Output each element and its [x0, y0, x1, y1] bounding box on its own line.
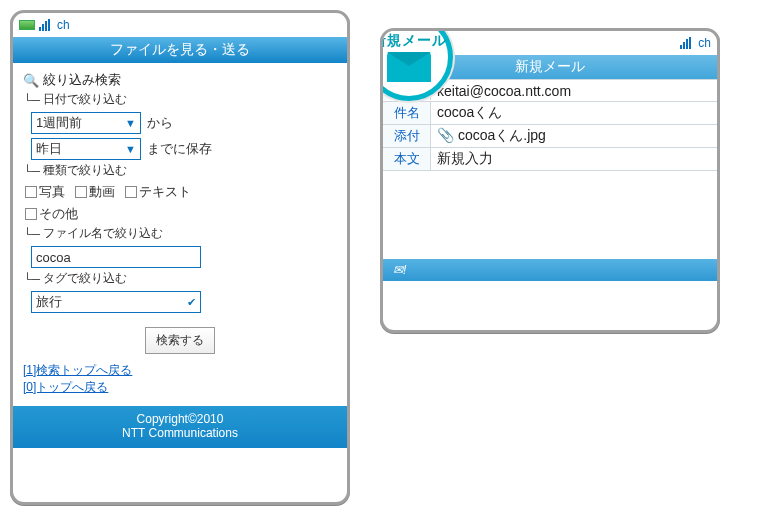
subject-label: 件名	[383, 102, 431, 124]
left-phone: ch ファイルを見る・送る 🔍 絞り込み検索 日付で絞り込む 1週間前 ▼ から…	[10, 10, 350, 505]
chevron-down-icon: ▼	[125, 117, 136, 129]
type-text-checkbox[interactable]: テキスト	[125, 183, 191, 201]
date-from-value: 1週間前	[36, 114, 82, 132]
link-search-top[interactable]: [1]検索トップへ戻る	[23, 362, 337, 379]
type-other-checkbox[interactable]: その他	[25, 205, 78, 223]
badge-label: 新規メール	[380, 32, 447, 50]
filename-filter-label: ファイル名で絞り込む	[23, 225, 337, 242]
signal-icon	[39, 19, 55, 31]
mail-body-area[interactable]	[383, 171, 717, 259]
type-photo-checkbox[interactable]: 写真	[25, 183, 65, 201]
body-label: 本文	[383, 148, 431, 170]
paperclip-icon: 📎	[437, 127, 454, 143]
nav-links: [1]検索トップへ戻る [0]トップへ戻る	[23, 362, 337, 396]
envelope-icon	[387, 52, 431, 82]
body-value: 新規入力	[431, 148, 717, 170]
signal-icon	[680, 37, 696, 49]
date-to-select[interactable]: 昨日 ▼	[31, 138, 141, 160]
footer: Copyright©2010 NTT Communications	[13, 406, 347, 448]
status-bar: ch	[13, 13, 347, 37]
channel-icon: ch	[57, 18, 70, 32]
mail-footer-icon: ✉!	[393, 263, 406, 277]
date-to-suffix: までに保存	[147, 140, 212, 158]
to-value: keitai@cocoa.ntt.com	[431, 81, 717, 101]
subject-row[interactable]: 件名 cocoaくん	[383, 102, 717, 125]
footer-line1: Copyright©2010	[13, 412, 347, 426]
tag-value: 旅行	[36, 293, 62, 311]
tag-select[interactable]: 旅行 ✔	[31, 291, 201, 313]
search-heading-label: 絞り込み検索	[43, 71, 121, 89]
attach-label: 添付	[383, 125, 431, 147]
footer-line2: NTT Communications	[13, 426, 347, 440]
type-filter-label: 種類で絞り込む	[23, 162, 337, 179]
chevron-down-icon: ▼	[125, 143, 136, 155]
date-from-suffix: から	[147, 114, 173, 132]
channel-icon: ch	[698, 36, 711, 50]
date-from-select[interactable]: 1週間前 ▼	[31, 112, 141, 134]
right-phone: 新規メール ch 新規メール To keitai@cocoa.ntt.com 件…	[380, 28, 720, 333]
page-title: ファイルを見る・送る	[13, 37, 347, 63]
type-video-checkbox[interactable]: 動画	[75, 183, 115, 201]
mail-footer: ✉!	[383, 259, 717, 281]
link-top[interactable]: [0]トップへ戻る	[23, 379, 337, 396]
subject-value: cocoaくん	[431, 102, 717, 124]
content-area: 🔍 絞り込み検索 日付で絞り込む 1週間前 ▼ から 昨日 ▼ までに保存 種類…	[13, 63, 347, 400]
search-button[interactable]: 検索する	[145, 327, 215, 354]
attach-value: 📎 cocoaくん.jpg	[431, 125, 717, 147]
chevron-down-icon: ✔	[187, 296, 196, 309]
date-to-value: 昨日	[36, 140, 62, 158]
body-row[interactable]: 本文 新規入力	[383, 148, 717, 171]
search-icon: 🔍	[23, 73, 39, 88]
tag-filter-label: タグで絞り込む	[23, 270, 337, 287]
attach-row[interactable]: 添付 📎 cocoaくん.jpg	[383, 125, 717, 148]
date-filter-label: 日付で絞り込む	[23, 91, 337, 108]
search-heading: 🔍 絞り込み検索	[23, 71, 337, 89]
filename-input[interactable]: cocoa	[31, 246, 201, 268]
battery-icon	[19, 20, 35, 30]
filename-value: cocoa	[36, 250, 71, 265]
